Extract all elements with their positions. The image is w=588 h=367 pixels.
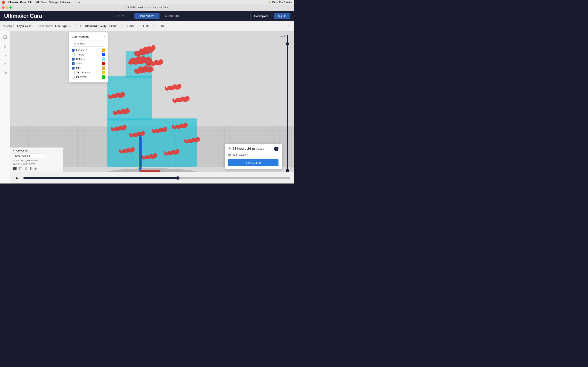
legend-checkbox[interactable] — [72, 76, 75, 78]
progress-thumb[interactable] — [176, 176, 180, 180]
logo-bold: Ultimaker — [4, 13, 28, 19]
sidebar-icon-4[interactable] — [1, 60, 9, 68]
legend-label: Shell — [76, 62, 100, 65]
quality-edit-icon[interactable]: ✏ — [287, 25, 290, 28]
sidebar-icon-1[interactable] — [1, 33, 9, 41]
tab-preview[interactable]: PREVIEW — [135, 13, 160, 19]
quality-icon: ≡ — [80, 25, 81, 27]
minimize-button[interactable] — [6, 6, 8, 9]
fill-pct-value: 20% — [129, 25, 134, 27]
battery-icon: 🔋 100% — [268, 1, 277, 4]
divider-1 — [121, 24, 121, 28]
object-list-header[interactable]: ▼ Object list — [13, 149, 61, 152]
sidebar-icon-6[interactable] — [1, 78, 9, 86]
obj-icon-3[interactable]: ⎘ — [25, 167, 27, 170]
slider-thumb-top[interactable] — [286, 42, 289, 45]
slider-thumb-bottom[interactable] — [286, 169, 289, 172]
legend-color-box — [102, 75, 105, 79]
legend-label: Helpers — [76, 58, 100, 60]
obj-icon-2[interactable]: 📋 — [19, 167, 23, 170]
color-scheme-label: Color scheme — [38, 25, 53, 27]
app-logo: Ultimaker Cura — [4, 13, 42, 19]
legend-checkbox[interactable]: ✓ — [72, 62, 75, 65]
legend-label: Top / Bottom — [76, 71, 100, 74]
layer-slider[interactable]: 412 — [285, 35, 290, 179]
info-card: ⏱ 16 hours 24 minutes i ▦ 41g · 13.75m S… — [225, 144, 282, 169]
panel-header: Color scheme × — [72, 35, 105, 38]
support2-value: On — [161, 25, 164, 27]
time-icon: ⏱ — [228, 147, 231, 151]
menu-settings[interactable]: Settings — [49, 1, 58, 4]
legend-checkbox[interactable]: ✓ — [72, 67, 75, 69]
slider-track[interactable] — [287, 35, 288, 179]
progress-bar[interactable] — [23, 177, 290, 179]
combined-header: View type Layer view ‹ Color scheme Line… — [0, 21, 294, 31]
legend-checkbox[interactable]: ✓ — [72, 49, 75, 52]
material-icon: ▦ — [228, 153, 231, 157]
legend-item: Travels — [72, 53, 105, 56]
svg-rect-3 — [5, 72, 6, 73]
progress-fill — [23, 177, 178, 179]
header-right: Marketplace Sign in — [251, 13, 290, 19]
sidebar-icon-3[interactable] — [1, 51, 9, 59]
save-to-file-button[interactable]: Save to File — [228, 159, 278, 166]
support2-icon: ✦ — [158, 25, 160, 27]
object-icons-row: ⬛ 📋 ⎘ 🗑 ⊕ — [13, 167, 61, 170]
slider-max-value: 412 — [281, 35, 285, 38]
apple-icon[interactable]: 🍎 — [2, 1, 5, 4]
object-edit-icon: ✏ — [13, 159, 15, 162]
color-scheme-value: Line Type — [55, 25, 67, 27]
legend-checkbox[interactable] — [72, 53, 75, 56]
tab-prepare[interactable]: PREPARE — [109, 13, 134, 19]
marketplace-button[interactable]: Marketplace — [251, 13, 272, 19]
info-button[interactable]: i — [274, 147, 278, 151]
object-name-input[interactable] — [13, 153, 45, 158]
menu-edit[interactable]: Edit — [35, 1, 39, 4]
legend-color-box — [102, 58, 105, 61]
legend-item: Inner Wall — [72, 75, 105, 79]
svg-rect-5 — [5, 73, 6, 74]
obj-icon-4[interactable]: 🗑 — [29, 167, 32, 170]
legend-label: Infill — [76, 67, 100, 69]
color-scheme-edit-icon[interactable]: ✏ — [69, 25, 71, 28]
info-btn-label: i — [276, 147, 277, 150]
legend-checkbox[interactable]: ✓ — [72, 58, 75, 60]
maximize-button[interactable] — [9, 6, 12, 9]
mac-menubar: 🍎 Ultimaker Cura File Edit View Settings… — [0, 0, 294, 4]
menu-help[interactable]: Help — [75, 1, 80, 4]
support1-value: On — [146, 25, 149, 27]
sidebar-icon-2[interactable] — [1, 42, 9, 50]
support1-group: ⬆ On — [143, 25, 149, 27]
legend-item: ✓Infill — [72, 67, 105, 70]
legend-label: Inner Wall — [76, 76, 100, 78]
support2-group: ✦ On — [158, 25, 164, 27]
obj-icon-1[interactable]: ⬛ — [13, 167, 17, 170]
scheme-dropdown[interactable]: Line Type — [72, 41, 105, 47]
quality-section: ≡ Standard Quality - 0.2mm ⬡ 20% ⬆ On ✦ … — [76, 24, 294, 28]
play-button[interactable]: ▶ — [14, 175, 20, 181]
signin-button[interactable]: Sign in — [274, 13, 290, 19]
obj-icon-5[interactable]: ⊕ — [34, 167, 37, 170]
app-name[interactable]: Ultimaker Cura — [8, 1, 26, 4]
bottom-bar: ▶ — [10, 172, 294, 184]
panel-close-button[interactable]: × — [103, 35, 105, 38]
close-button[interactable] — [2, 6, 4, 9]
time-display: Mon 3:46 AM — [279, 1, 292, 3]
svg-rect-13 — [139, 165, 141, 167]
object-dimensions: 65.4 x 70.4 x 86.8 mm — [13, 162, 61, 165]
menu-extensions[interactable]: Extensions — [61, 1, 72, 4]
tab-monitor[interactable]: MONITOR — [159, 13, 185, 19]
collapse-icon: ▼ — [13, 149, 15, 152]
menu-file[interactable]: File — [28, 1, 32, 4]
legend-checkbox[interactable] — [72, 71, 75, 74]
legend-color-box — [102, 67, 105, 70]
view-type-chevron[interactable]: ‹ — [32, 24, 33, 28]
menu-view[interactable]: View — [41, 1, 47, 4]
legend-item: ✓Shell — [72, 62, 105, 65]
fill-pct-group: ⬡ 20% — [126, 25, 134, 27]
object-full-name: CE3PRO_tree3_solid — [16, 159, 38, 162]
panel-title: Color scheme — [72, 35, 89, 38]
material-info: 41g · 13.75m — [233, 153, 248, 156]
legend-item: ✓Extruder 1 — [72, 49, 105, 52]
sidebar-icon-5[interactable] — [1, 69, 9, 77]
